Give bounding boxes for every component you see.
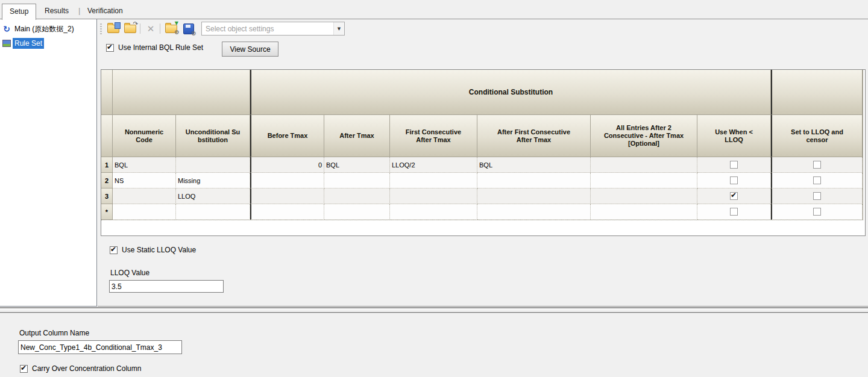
grid-cell-all-entries-after-2[interactable] [591,188,697,204]
use-internal-bql-checkbox[interactable] [106,44,114,52]
grid-group-header-conditional-substitution: Conditional Substitution [250,70,771,115]
grid-cell-after-first-consecutive-after-tmax[interactable] [477,188,591,204]
checkbox-icon[interactable] [730,208,738,216]
grid-checkbox-set-to-lloq-and-censor[interactable] [771,173,863,188]
row-header[interactable]: 3 [101,188,113,204]
row-header[interactable]: 2 [101,173,113,188]
new-row-header[interactable]: * [101,204,113,220]
rule-set-setup-window: Setup Results | Verification ↻ Main (原始数… [0,0,868,377]
tab-verification[interactable]: Verification [80,4,130,19]
grid-cell-nonnumeric-code[interactable] [113,204,176,220]
save-settings-button[interactable]: ⚙ [181,22,196,36]
delete-button[interactable]: ✕ [143,22,158,36]
tab-results[interactable]: Results [37,4,76,19]
output-column-name-input[interactable] [18,340,182,354]
view-source-button[interactable]: View Source [222,42,278,57]
tab-strip: Setup Results | Verification [0,0,868,19]
column-header-all-entries-after-2[interactable]: All Entries After 2 Consecutive - After … [591,115,697,157]
tree-item-label: Rule Set [13,38,44,49]
checkbox-icon[interactable] [813,176,821,184]
paste-settings-icon: ↷ [124,25,136,33]
grid-checkbox-set-to-lloq-and-censor[interactable] [771,157,863,173]
grid-group-blank-left [113,70,250,115]
use-static-lloq-checkbox[interactable] [110,246,118,254]
tree-item-rule-set[interactable]: Rule Set [0,36,96,51]
rule-set-grid: Conditional Substitution Nonnumeric Code… [101,70,863,220]
grid-cell-unconditional-substitution[interactable] [176,204,250,220]
tab-setup[interactable]: Setup [2,4,36,20]
grid-checkbox-set-to-lloq-and-censor[interactable] [771,188,863,204]
import-settings-button[interactable]: ▼⚙ [164,22,178,36]
grid-cell-after-first-consecutive-after-tmax[interactable] [477,204,591,220]
checkbox-icon[interactable] [813,208,821,216]
carry-over-label: Carry Over Concentration Column [32,364,141,373]
save-settings-icon: ⚙ [183,23,194,34]
lloq-value-label: LLOQ Value [110,269,149,277]
column-header-set-to-lloq-and-censor[interactable]: Set to LLOQ and censor [771,115,863,157]
row-header[interactable]: 1 [101,157,113,173]
output-section: Output Column Name Carry Over Concentrat… [0,314,868,377]
combobox-placeholder: Select object settings [202,25,333,33]
grid-cell-all-entries-after-2[interactable] [591,204,697,220]
checkbox-icon[interactable] [730,176,738,184]
grid-cell-before-tmax[interactable]: 0 [250,157,324,173]
paste-settings-button[interactable]: ↷ [123,22,137,36]
column-header-first-consecutive-after-tmax[interactable]: First Consecutive After Tmax [390,115,477,157]
grid-corner-cell[interactable] [101,70,113,115]
grid-cell-nonnumeric-code[interactable]: BQL [113,157,176,173]
grid-cell-after-tmax[interactable]: BQL [324,157,390,173]
grid-cell-after-first-consecutive-after-tmax[interactable] [477,173,591,188]
use-internal-bql-label: Use Internal BQL Rule Set [118,43,203,52]
grid-checkbox-use-when-lt-lloq[interactable] [697,157,771,173]
grid-checkbox-use-when-lt-lloq[interactable] [697,173,771,188]
grid-cell-after-tmax[interactable] [324,173,390,188]
chevron-down-icon[interactable]: ▼ [333,22,344,35]
grid-cell-all-entries-after-2[interactable] [591,173,697,188]
carry-over-checkbox[interactable] [20,365,28,373]
grid-group-blank-right [771,70,863,115]
grid-cell-first-consecutive-after-tmax[interactable] [390,188,477,204]
grid-cell-first-consecutive-after-tmax[interactable]: LLOQ/2 [390,157,477,173]
grid-cell-after-first-consecutive-after-tmax[interactable]: BQL [477,157,591,173]
workflow-icon: ↻ [2,24,11,34]
grid-checkbox-use-when-lt-lloq[interactable] [697,188,771,204]
column-header-use-when-lt-lloq[interactable]: Use When < LLOQ [697,115,771,157]
object-settings-combobox[interactable]: Select object settings ▼ [201,22,345,36]
grid-cell-after-tmax[interactable] [324,188,390,204]
grid-cell-first-consecutive-after-tmax[interactable] [390,204,477,220]
column-header-after-tmax[interactable]: After Tmax [324,115,390,157]
column-header-before-tmax[interactable]: Before Tmax [250,115,324,157]
delete-icon: ✕ [147,23,155,34]
tree-item-main[interactable]: ↻ Main (原始数据_2) [0,22,96,36]
column-header-after-first-consecutive-after-tmax[interactable]: After First Consecutive After Tmax [477,115,591,157]
grid-checkbox-set-to-lloq-and-censor[interactable] [771,204,863,220]
grid-cell-before-tmax[interactable] [250,188,324,204]
grid-cell-before-tmax[interactable] [250,173,324,188]
grid-cell-unconditional-substitution[interactable]: LLOQ [176,188,250,204]
grid-cell-nonnumeric-code[interactable]: NS [113,173,176,188]
checkbox-icon[interactable] [813,161,821,169]
grid-cell-unconditional-substitution[interactable] [176,157,250,173]
lloq-value-input[interactable] [109,280,224,293]
checkbox-icon[interactable] [813,192,821,200]
panel-separator [0,308,868,310]
column-header-unconditional-substitution[interactable]: Unconditional Substitution [176,115,250,157]
grid-cell-after-tmax[interactable] [324,204,390,220]
use-static-lloq-option: Use Static LLOQ Value [110,246,196,254]
grid-cell-all-entries-after-2[interactable] [591,157,697,173]
open-settings-button[interactable] [106,22,121,36]
grid-cell-first-consecutive-after-tmax[interactable] [390,173,477,188]
rule-set-grid-container: Conditional Substitution Nonnumeric Code… [101,69,866,236]
grid-cell-before-tmax[interactable] [250,204,324,220]
grid-cell-nonnumeric-code[interactable] [113,188,176,204]
toolbar-separator [140,23,140,34]
use-static-lloq-label: Use Static LLOQ Value [122,246,196,254]
toolbar-grip[interactable] [100,23,102,34]
grid-cell-unconditional-substitution[interactable]: Missing [176,173,250,188]
checkbox-checked-icon[interactable] [730,192,738,200]
grid-corner-cell[interactable] [101,115,113,157]
column-header-nonnumeric-code[interactable]: Nonnumeric Code [113,115,176,157]
checkbox-icon[interactable] [730,161,738,169]
grid-checkbox-use-when-lt-lloq[interactable] [697,204,771,220]
use-internal-bql-option: Use Internal BQL Rule Set [106,43,203,52]
